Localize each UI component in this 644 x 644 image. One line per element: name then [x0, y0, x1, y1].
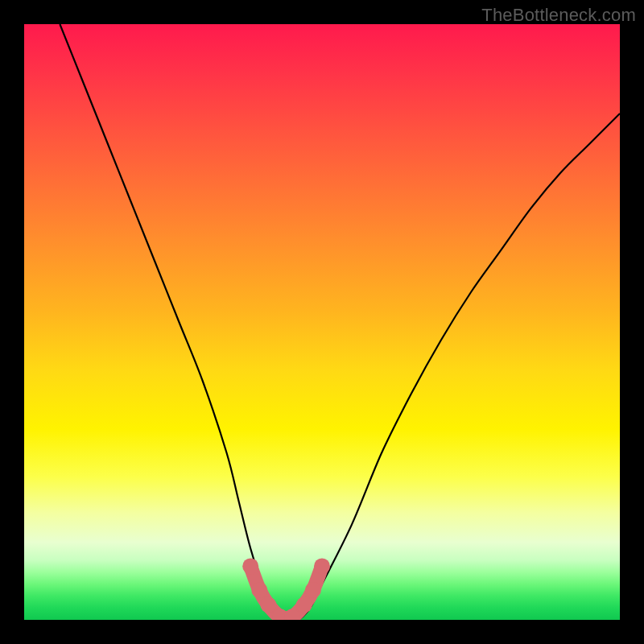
- marker-dot: [314, 558, 330, 574]
- marker-dot: [296, 597, 312, 613]
- marker-dot: [260, 597, 276, 613]
- bottleneck-curve-line: [60, 24, 620, 620]
- bottleneck-chart: [24, 24, 620, 620]
- chart-plot-area: [24, 24, 620, 620]
- marker-dot: [251, 582, 267, 598]
- flat-bottom-marker-dots: [242, 558, 330, 620]
- marker-dot: [305, 582, 321, 598]
- watermark-text: TheBottleneck.com: [481, 5, 636, 26]
- marker-dot: [242, 558, 258, 574]
